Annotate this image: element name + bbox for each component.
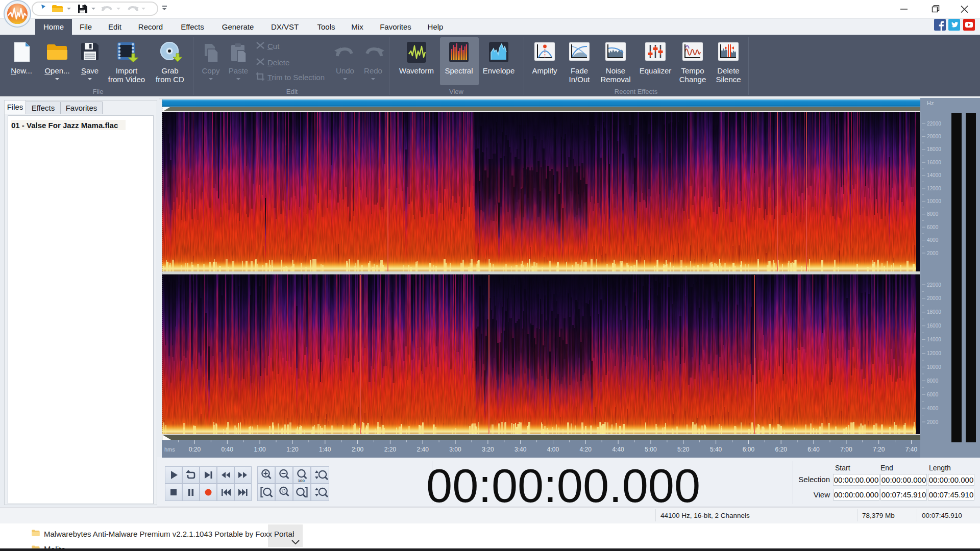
svg-text:18000: 18000 (927, 146, 941, 152)
svg-text:2:00: 2:00 (352, 446, 364, 453)
svg-text:5:00: 5:00 (645, 446, 657, 453)
svg-text:2000: 2000 (927, 251, 939, 256)
svg-text:6:00: 6:00 (743, 446, 755, 453)
svg-text:22000: 22000 (927, 121, 941, 127)
svg-text:1:00: 1:00 (254, 446, 266, 453)
svg-text:5:20: 5:20 (677, 446, 690, 453)
svg-text:10000: 10000 (927, 198, 941, 204)
svg-text:4:20: 4:20 (580, 446, 592, 453)
svg-text:6:40: 6:40 (807, 446, 820, 453)
svg-text:3:00: 3:00 (449, 446, 461, 453)
svg-text:6000: 6000 (927, 392, 939, 397)
svg-text:2000: 2000 (927, 419, 939, 425)
svg-text:8000: 8000 (927, 211, 939, 217)
svg-text:16000: 16000 (927, 160, 941, 165)
svg-text:4000: 4000 (927, 406, 939, 411)
svg-text:18000: 18000 (927, 309, 941, 315)
svg-text:8000: 8000 (927, 378, 939, 384)
svg-text:1:20: 1:20 (286, 446, 299, 453)
svg-text:hms: hms (164, 446, 175, 453)
svg-text:12000: 12000 (927, 350, 941, 356)
svg-text:3:20: 3:20 (482, 446, 494, 453)
svg-text:20000: 20000 (927, 295, 941, 301)
svg-text:16000: 16000 (927, 323, 941, 329)
svg-text:4:40: 4:40 (612, 446, 624, 453)
svg-text:7:00: 7:00 (840, 446, 852, 453)
svg-text:1:40: 1:40 (319, 446, 331, 453)
svg-text:3:40: 3:40 (514, 446, 527, 453)
svg-text:4000: 4000 (927, 237, 939, 243)
svg-text:100: 100 (298, 479, 305, 483)
svg-text:10000: 10000 (927, 364, 941, 370)
svg-text:14000: 14000 (927, 172, 941, 178)
svg-text:0:20: 0:20 (189, 446, 201, 453)
svg-text:14000: 14000 (927, 337, 941, 342)
svg-text:2:40: 2:40 (417, 446, 429, 453)
svg-text:Hz: Hz (927, 100, 934, 106)
svg-text:2:20: 2:20 (384, 446, 397, 453)
svg-text:6000: 6000 (927, 224, 939, 230)
svg-text:4:00: 4:00 (547, 446, 559, 453)
svg-text:0:40: 0:40 (222, 446, 234, 453)
svg-text:6:20: 6:20 (775, 446, 788, 453)
svg-text:12000: 12000 (927, 186, 941, 191)
svg-text:7:40: 7:40 (905, 446, 918, 453)
svg-text:20000: 20000 (927, 134, 941, 139)
svg-text:7:20: 7:20 (873, 446, 885, 453)
svg-text:5:40: 5:40 (710, 446, 722, 453)
svg-text:22000: 22000 (927, 282, 941, 288)
